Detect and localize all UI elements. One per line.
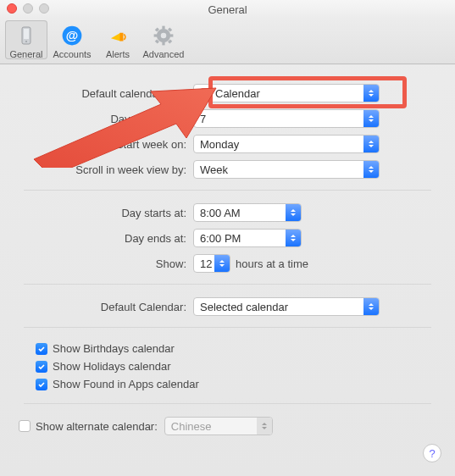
show-hours-label: Show: <box>24 257 193 270</box>
general-icon <box>14 23 39 48</box>
checkbox-label: Show Birthdays calendar <box>53 342 175 355</box>
zoom-button[interactable] <box>39 3 49 14</box>
tab-general[interactable]: General <box>5 20 47 59</box>
select-value: Chinese <box>171 420 212 433</box>
window-controls <box>7 3 49 14</box>
chevron-updown-icon <box>286 204 301 221</box>
default-calendar-label: Default Calendar: <box>24 301 193 313</box>
svg-rect-10 <box>154 34 158 36</box>
svg-rect-1 <box>24 29 29 39</box>
preferences-toolbar: General @ Accounts Alerts Advanced <box>0 19 455 64</box>
select-value: Monday <box>200 138 239 151</box>
tab-label: Accounts <box>53 49 91 59</box>
select-value: 12 <box>200 257 212 270</box>
divider <box>24 190 431 191</box>
advanced-icon <box>151 23 176 48</box>
show-found-apps-checkbox[interactable] <box>36 379 47 390</box>
svg-point-2 <box>25 41 27 42</box>
chevron-updown-icon <box>363 161 379 178</box>
checkbox-label: Show Found in Apps calendar <box>53 378 199 390</box>
default-calendar-select[interactable]: Selected calendar <box>193 297 380 316</box>
chevron-updown-icon <box>363 298 379 315</box>
alternate-calendar-label: Show alternate calendar: <box>36 420 158 433</box>
default-app-select[interactable]: 17 Calendar <box>193 84 380 102</box>
start-week-label: Start week on: <box>24 138 193 151</box>
tab-alerts[interactable]: Alerts <box>97 20 139 59</box>
show-hours-select[interactable]: 12 <box>193 254 230 273</box>
close-button[interactable] <box>7 3 17 14</box>
day-starts-select[interactable]: 8:00 AM <box>193 203 302 222</box>
window-titlebar: General <box>0 0 455 19</box>
help-button[interactable]: ? <box>423 444 441 462</box>
minimize-button[interactable] <box>23 3 33 14</box>
select-value: Selected calendar <box>200 301 288 313</box>
svg-rect-11 <box>169 34 173 36</box>
show-holidays-checkbox[interactable] <box>36 361 47 373</box>
divider <box>24 403 431 404</box>
general-pane: Default calendar app: 17 Calendar Days p… <box>0 64 455 451</box>
show-hours-suffix: hours at a time <box>236 257 308 270</box>
alternate-calendar-select[interactable]: Chinese <box>164 417 273 435</box>
chevron-updown-icon <box>363 110 379 127</box>
day-ends-label: Day ends at: <box>24 232 193 245</box>
day-starts-label: Day starts at: <box>24 207 193 219</box>
divider <box>24 284 431 285</box>
chevron-updown-icon <box>363 85 379 102</box>
select-value: Calendar <box>215 87 260 100</box>
scroll-week-select[interactable]: Week <box>193 160 380 179</box>
alternate-calendar-checkbox[interactable] <box>19 420 31 432</box>
days-per-week-label: Days per week: <box>24 113 193 125</box>
chevron-updown-icon <box>214 255 230 272</box>
svg-rect-5 <box>119 33 123 42</box>
divider <box>24 327 431 328</box>
tab-accounts[interactable]: @ Accounts <box>51 20 93 59</box>
default-app-label: Default calendar app: <box>24 87 193 100</box>
checkbox-label: Show Holidays calendar <box>53 360 170 373</box>
start-week-select[interactable]: Monday <box>193 135 380 153</box>
svg-text:17: 17 <box>203 91 209 97</box>
svg-rect-9 <box>162 42 164 45</box>
window-title: General <box>208 3 247 16</box>
chevron-updown-icon <box>363 136 379 152</box>
calendar-icon: 17 <box>200 87 212 99</box>
select-value: 6:00 PM <box>200 232 241 245</box>
select-value: 8:00 AM <box>200 207 241 219</box>
chevron-updown-icon <box>257 418 272 434</box>
select-value: Week <box>200 163 228 176</box>
svg-point-7 <box>161 33 167 39</box>
select-value: 7 <box>200 113 206 125</box>
chevron-updown-icon <box>286 230 301 246</box>
tab-advanced[interactable]: Advanced <box>142 20 185 59</box>
scroll-week-label: Scroll in week view by: <box>24 163 193 176</box>
show-birthdays-checkbox[interactable] <box>36 343 47 355</box>
tab-label: General <box>9 49 42 59</box>
day-ends-select[interactable]: 6:00 PM <box>193 229 302 247</box>
tab-label: Alerts <box>106 49 130 59</box>
svg-text:@: @ <box>66 29 79 42</box>
tab-label: Advanced <box>143 49 185 59</box>
days-per-week-select[interactable]: 7 <box>193 109 380 128</box>
accounts-icon: @ <box>59 23 85 48</box>
alerts-icon <box>105 23 130 48</box>
svg-rect-8 <box>162 26 164 30</box>
